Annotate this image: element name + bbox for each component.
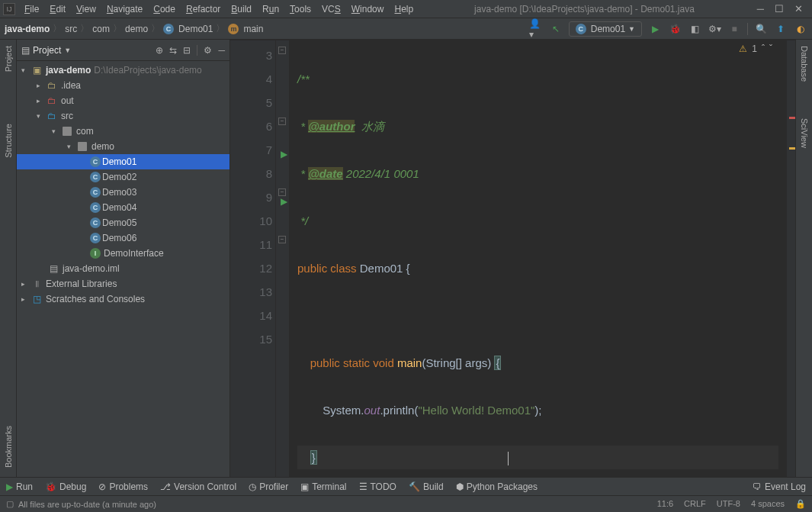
tool-problems[interactable]: ⊘Problems: [98, 481, 148, 492]
tree-file-demo06[interactable]: C Demo06: [17, 230, 229, 246]
tool-structure[interactable]: Structure: [2, 121, 14, 161]
locate-icon[interactable]: ⊕: [156, 45, 163, 56]
tree-scratches[interactable]: ▸◳ Scratches and Consoles: [17, 291, 229, 307]
tool-vcs[interactable]: ⎇Version Control: [160, 481, 236, 492]
sidebar-header: ▤ Project ▼ ⊕ ⇆ ⊟ ⚙ ─: [17, 40, 229, 61]
tool-terminal[interactable]: ▣Terminal: [300, 481, 346, 492]
menu-view[interactable]: View: [72, 2, 101, 16]
hide-icon[interactable]: ─: [218, 45, 225, 56]
tool-database[interactable]: Database: [798, 43, 810, 85]
menu-help[interactable]: Help: [390, 2, 418, 16]
status-indent[interactable]: 4 spaces: [751, 499, 785, 509]
fold-toggle-icon[interactable]: −: [278, 188, 286, 196]
interface-icon: I: [90, 248, 101, 259]
error-stripe[interactable]: [786, 40, 795, 477]
tree-src[interactable]: ▾🗀 src: [17, 108, 229, 124]
stop-button[interactable]: ■: [727, 22, 741, 36]
crumb-project[interactable]: java-demo: [5, 24, 50, 34]
menu-window[interactable]: Window: [347, 2, 389, 16]
run-button[interactable]: ▶: [648, 22, 662, 36]
tool-project[interactable]: Project: [2, 43, 14, 75]
tree-file-demo05[interactable]: C Demo05: [17, 215, 229, 230]
add-config-icon[interactable]: 👤▾: [529, 22, 543, 36]
library-icon: ⫴: [30, 279, 43, 289]
chevron-up-icon[interactable]: ˆ: [762, 43, 765, 54]
tree-com[interactable]: ▾ com: [17, 124, 229, 139]
menu-tools[interactable]: Tools: [285, 2, 316, 16]
tree-file-demo01[interactable]: C Demo01: [17, 154, 229, 169]
gear-icon[interactable]: ⚙: [204, 45, 212, 56]
tool-run[interactable]: ▶Run: [6, 481, 33, 492]
tool-todo[interactable]: ☰TODO: [359, 481, 396, 492]
code-text[interactable]: /** * @author 水滴 * @date 2022/4/1 0001 *…: [290, 40, 786, 477]
chevron-down-icon[interactable]: ▼: [64, 47, 71, 54]
tree-external[interactable]: ▸⫴ External Libraries: [17, 276, 229, 291]
tree-iml[interactable]: ▤ java-demo.iml: [17, 261, 229, 276]
tool-sciview[interactable]: SciView: [798, 115, 810, 151]
tree-file-demo02[interactable]: C Demo02: [17, 169, 229, 185]
debug-button[interactable]: 🐞: [668, 22, 682, 36]
folder-icon: 🗀: [46, 95, 58, 106]
crumb-demo[interactable]: demo: [125, 24, 148, 34]
class-icon: C: [90, 172, 101, 182]
chevron-down-icon[interactable]: ˇ: [769, 43, 772, 54]
project-tree[interactable]: ▾▣ java-demo D:\IdeaProjects\java-demo ▸…: [17, 61, 229, 477]
sidebar-title[interactable]: Project: [33, 45, 61, 56]
tree-file-demo03[interactable]: C Demo03: [17, 185, 229, 200]
status-position[interactable]: 11:6: [657, 499, 673, 509]
breadcrumb[interactable]: java-demo 〉 src 〉 com 〉 demo 〉 C Demo01 …: [5, 22, 263, 35]
tree-file-interface[interactable]: I DemoInterface: [17, 246, 229, 261]
package-icon: [76, 141, 88, 152]
code-area[interactable]: 3 4 5 6 7▶ 8 9▶ 10 11 12 13 14 15 − − −: [230, 40, 795, 477]
tree-out[interactable]: ▸🗀 out: [17, 93, 229, 108]
tool-bookmarks[interactable]: Bookmarks: [2, 423, 14, 471]
tree-idea[interactable]: ▸🗀 .idea: [17, 78, 229, 93]
run-config-selector[interactable]: C Demo01 ▼: [569, 21, 642, 37]
menu-run[interactable]: Run: [258, 2, 284, 16]
status-encoding[interactable]: UTF-8: [717, 499, 740, 509]
collapse-icon[interactable]: ⊟: [183, 45, 191, 56]
menu-edit[interactable]: Edit: [45, 2, 70, 16]
crumb-com[interactable]: com: [92, 24, 110, 34]
status-bar: ▢ All files are up-to-date (a minute ago…: [0, 495, 812, 512]
menu-refactor[interactable]: Refactor: [181, 2, 225, 16]
line-number-gutter[interactable]: 3 4 5 6 7▶ 8 9▶ 10 11 12 13 14 15: [230, 40, 276, 477]
tool-python[interactable]: ⬢Python Packages: [456, 481, 538, 492]
fold-gutter[interactable]: − − − −: [276, 40, 290, 477]
menu-build[interactable]: Build: [226, 2, 256, 16]
tree-demo[interactable]: ▾ demo: [17, 139, 229, 154]
crumb-method[interactable]: main: [243, 24, 263, 34]
profile-button[interactable]: ⚙▾: [708, 22, 721, 36]
status-line-sep[interactable]: CRLF: [684, 499, 706, 509]
status-quick-icon[interactable]: ▢: [6, 499, 14, 509]
tool-profiler[interactable]: ◷Profiler: [249, 481, 288, 492]
menu-code[interactable]: Code: [149, 2, 180, 16]
close-button[interactable]: ✕: [794, 3, 803, 14]
fold-toggle-icon[interactable]: −: [278, 47, 286, 54]
coverage-button[interactable]: ◧: [688, 22, 701, 36]
expand-icon[interactable]: ⇆: [169, 45, 177, 56]
warning-marker[interactable]: [789, 147, 795, 150]
minimize-button[interactable]: ─: [757, 3, 764, 14]
search-icon[interactable]: 🔍: [754, 22, 768, 36]
build-icon[interactable]: ↖: [549, 22, 563, 36]
error-marker[interactable]: [789, 117, 795, 119]
menu-file[interactable]: File: [20, 2, 43, 16]
inspection-widget[interactable]: ⚠ 1 ˆ ˇ: [739, 43, 772, 54]
tool-debug[interactable]: 🐞Debug: [45, 481, 86, 492]
ide-actions-icon[interactable]: ◐: [794, 22, 807, 36]
maximize-button[interactable]: ☐: [775, 3, 784, 14]
update-icon[interactable]: ⬆: [774, 22, 788, 36]
crumb-class[interactable]: Demo01: [178, 24, 213, 34]
warning-icon: ⚠: [739, 43, 747, 54]
menu-vcs[interactable]: VCS: [317, 2, 345, 16]
tree-root[interactable]: ▾▣ java-demo D:\IdeaProjects\java-demo: [17, 63, 229, 78]
lock-icon[interactable]: 🔒: [795, 499, 806, 509]
tree-file-demo04[interactable]: C Demo04: [17, 200, 229, 215]
menu-navigate[interactable]: Navigate: [102, 2, 147, 16]
tool-eventlog[interactable]: 🗨Event Log: [753, 481, 806, 492]
tool-build[interactable]: 🔨Build: [409, 481, 444, 492]
fold-toggle-icon[interactable]: −: [278, 118, 286, 125]
crumb-src[interactable]: src: [65, 24, 77, 34]
fold-toggle-icon[interactable]: −: [278, 236, 286, 243]
